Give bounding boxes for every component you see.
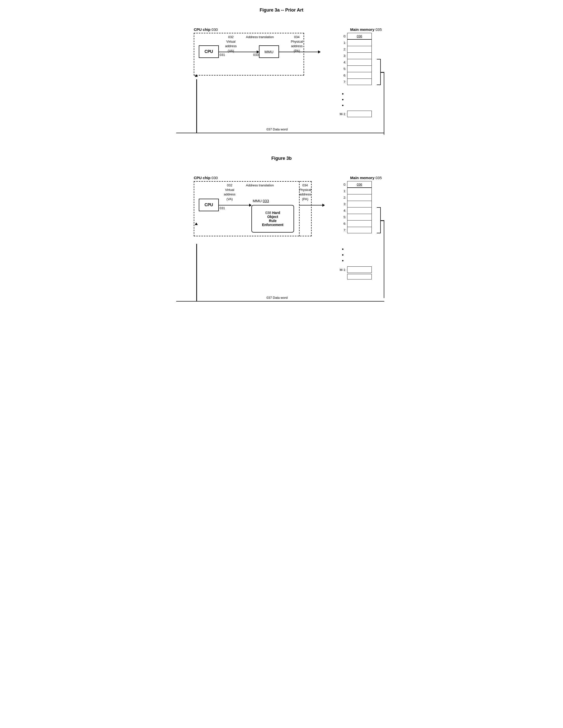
memory-row-4-3b: 4:	[339, 207, 372, 214]
memory-row-6-3a: 6:	[339, 72, 372, 79]
memory-row-7-3b: 7:	[339, 227, 372, 233]
label-034-3b: 034 Physical address (PA)	[299, 183, 311, 201]
label-034-3a: 034 Physical address (PA)	[291, 35, 303, 53]
bottom-hline-3a	[176, 133, 384, 133]
cpu-chip-label-3a: CPU chip 030	[194, 27, 218, 32]
label-031-3b: 031	[220, 206, 225, 210]
mmu-box-3a: MMU	[259, 45, 279, 58]
memory-row-3-3a: 3:	[339, 52, 372, 59]
arrow-cpu-mmu-3b	[219, 205, 252, 205]
main-memory-label-3a: Main memory 035	[350, 27, 382, 32]
cpu-box-3a: CPU	[199, 45, 219, 58]
memory-table-3b: 0: 036 1: 2: 3: 4: 5:	[339, 181, 372, 233]
memory-row-4-3a: 4:	[339, 59, 372, 65]
memory-row-1-3b: 1:	[339, 188, 372, 194]
mmu-label-3b: MMU 033	[253, 199, 269, 203]
memory-row-5-3a: 5:	[339, 65, 372, 72]
dots-3a: •••	[342, 91, 344, 108]
m1-row-3b: M-1:	[337, 266, 372, 279]
figure-3a-diagram: CPU chip 030 CPU 032 Virtual address (VA…	[179, 18, 384, 143]
left-vline-3b	[196, 244, 197, 302]
bottom-hline-3b	[176, 301, 384, 302]
memory-row-0-3a: 0: 036	[339, 33, 372, 39]
label-033-3a: 033	[253, 53, 259, 57]
data-word-label-3b: 037 Data word	[267, 296, 288, 300]
memory-row-0-3b: 0: 036	[339, 181, 372, 188]
figure-3a-title: Figure 3a -- Prior Art	[179, 8, 384, 13]
label-031-3a: 031	[220, 53, 225, 57]
label-addr-trans-3b: Address translation	[246, 183, 274, 188]
left-vline-3a	[196, 79, 197, 133]
memory-row-3-3b: 3:	[339, 201, 372, 207]
figure-3b-title: Figure 3b	[179, 156, 384, 161]
m1-row-3a: M-1:	[337, 111, 372, 117]
right-vline-3b	[384, 220, 384, 298]
memory-row-2-3a: 2:	[339, 46, 372, 52]
label-032-3b: 032 Virtual address (VA)	[224, 183, 236, 201]
up-arrow-3a	[195, 74, 198, 77]
memory-table-3a: 0: 036 1: 2: 3: 4: 5:	[339, 33, 372, 85]
arrow-mmu-mem-3a	[279, 52, 320, 52]
label-032-3a: 032 Virtual address (VA)	[225, 35, 237, 53]
label-addr-trans-3a: Address translation	[246, 35, 274, 39]
main-memory-label-3b: Main memory 035	[350, 176, 382, 180]
hore-box-3b: 038 Hard Object Rule Enforcement	[252, 205, 294, 233]
right-vline-3a	[384, 72, 384, 135]
dots-3b: •••	[342, 246, 344, 264]
arrow-cpu-mmu-3a	[219, 52, 259, 52]
memory-row-7-3a: 7:	[339, 79, 372, 85]
figure-3b: Figure 3b CPU chip 030 CPU 032 Virtual a…	[179, 156, 384, 312]
memory-row-1-3a: 1:	[339, 39, 372, 46]
memory-row-6-3b: 6:	[339, 220, 372, 227]
memory-row-2-3b: 2:	[339, 194, 372, 201]
memory-row-5-3b: 5:	[339, 214, 372, 220]
cpu-chip-label-3b: CPU chip 030	[194, 176, 218, 180]
data-word-label-3a: 037 Data word	[267, 127, 288, 131]
divider-3b	[299, 181, 299, 236]
figure-3a: Figure 3a -- Prior Art CPU chip 030 CPU …	[179, 8, 384, 143]
up-arrow-3b	[195, 223, 198, 225]
cpu-box-3b: CPU	[199, 199, 219, 211]
arrow-mmu-mem-3b	[299, 205, 324, 205]
figure-3b-diagram: CPU chip 030 CPU 032 Virtual address (VA…	[179, 166, 384, 312]
